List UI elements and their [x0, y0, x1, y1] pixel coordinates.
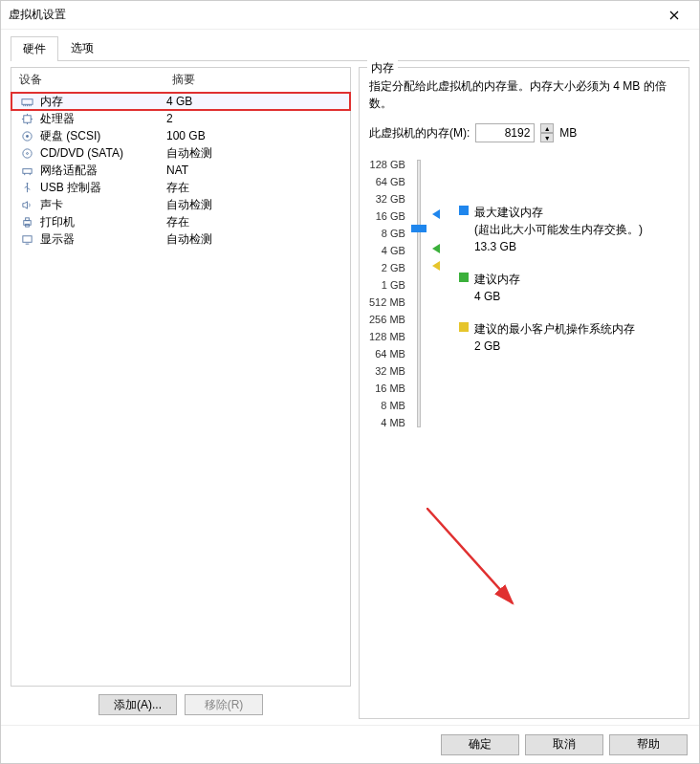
window-title: 虚拟机设置 — [9, 7, 66, 23]
slider-track — [417, 160, 421, 427]
sound-icon — [19, 199, 34, 211]
device-row-disk[interactable]: 硬盘 (SCSI) 100 GB — [11, 127, 350, 144]
memory-label: 此虚拟机的内存(M): — [369, 125, 470, 142]
group-title: 内存 — [367, 60, 398, 76]
memory-icon — [19, 96, 34, 108]
dialog-footer: 确定 取消 帮助 — [1, 725, 699, 763]
device-label: CD/DVD (SATA) — [40, 146, 123, 160]
device-row-printer[interactable]: 打印机 存在 — [11, 213, 350, 230]
memory-spinner[interactable]: ▲▼ — [540, 123, 554, 142]
legend-square-yellow — [459, 322, 469, 332]
network-icon — [19, 164, 34, 177]
device-summary: 自动检测 — [166, 145, 342, 162]
device-row-cd[interactable]: CD/DVD (SATA) 自动检测 — [11, 144, 350, 162]
device-list-header: 设备 摘要 — [11, 68, 350, 93]
legend-rec-value: 4 GB — [474, 288, 520, 305]
device-summary: 自动检测 — [166, 197, 342, 213]
device-label: 内存 — [40, 94, 63, 110]
svg-point-4 — [22, 148, 31, 157]
svg-rect-9 — [25, 217, 29, 220]
legend-min-value: 2 GB — [474, 338, 635, 355]
usb-icon — [19, 182, 34, 194]
device-summary: 4 GB — [166, 95, 342, 108]
cpu-icon — [19, 113, 34, 125]
device-summary: 自动检测 — [166, 231, 342, 248]
ok-button[interactable]: 确定 — [441, 734, 519, 755]
device-label: 打印机 — [40, 214, 75, 230]
device-row-display[interactable]: 显示器 自动检测 — [11, 230, 350, 248]
svg-rect-6 — [22, 168, 31, 173]
close-icon — [669, 11, 679, 20]
device-label: 网络适配器 — [40, 163, 98, 179]
cd-icon — [19, 147, 34, 160]
memory-legend: 最大建议内存 (超出此大小可能发生内存交换。) 13.3 GB 建议内存 4 G… — [453, 156, 643, 431]
col-summary: 摘要 — [172, 72, 342, 88]
tab-options[interactable]: 选项 — [58, 35, 106, 60]
device-summary: 存在 — [166, 214, 342, 230]
device-row-memory[interactable]: 内存 4 GB — [11, 93, 350, 110]
device-row-cpu[interactable]: 处理器 2 — [11, 110, 350, 127]
memory-slider[interactable] — [409, 156, 428, 431]
spin-down[interactable]: ▼ — [540, 133, 554, 142]
printer-icon — [19, 216, 34, 229]
device-label: 硬盘 (SCSI) — [40, 128, 100, 144]
memory-desc: 指定分配给此虚拟机的内存量。内存大小必须为 4 MB 的倍数。 — [369, 77, 679, 112]
cancel-button[interactable]: 取消 — [525, 734, 603, 755]
device-row-net[interactable]: 网络适配器 NAT — [11, 162, 350, 179]
device-label: 声卡 — [40, 197, 63, 213]
svg-rect-1 — [23, 115, 30, 121]
svg-point-7 — [26, 182, 28, 184]
disk-icon — [19, 130, 34, 142]
remove-button[interactable]: 移除(R) — [185, 694, 263, 715]
add-button[interactable]: 添加(A)... — [98, 694, 177, 715]
legend-square-green — [459, 273, 469, 282]
device-list: 设备 摘要 内存 4 GB 处理器 2 硬盘 (SCSI) 100 GB — [11, 67, 351, 687]
memory-unit: MB — [559, 126, 577, 140]
legend-max-sub: (超出此大小可能发生内存交换。) — [474, 221, 643, 238]
display-icon — [19, 233, 34, 246]
device-label: USB 控制器 — [40, 180, 101, 196]
legend-rec-title: 建议内存 — [474, 271, 520, 288]
tab-hardware[interactable]: 硬件 — [11, 36, 58, 61]
device-summary: NAT — [166, 164, 342, 177]
memory-ticks: 128 GB 64 GB 32 GB 16 GB 8 GB 4 GB 2 GB … — [369, 156, 405, 431]
marker-min — [432, 261, 440, 271]
help-button[interactable]: 帮助 — [609, 734, 688, 755]
device-row-usb[interactable]: USB 控制器 存在 — [11, 179, 350, 196]
legend-square-blue — [459, 206, 469, 215]
tabs: 硬件 选项 — [11, 35, 689, 61]
device-summary: 100 GB — [166, 129, 342, 142]
device-label: 处理器 — [40, 111, 75, 127]
svg-line-12 — [427, 508, 513, 603]
device-label: 显示器 — [40, 231, 75, 248]
slider-markers — [432, 156, 449, 431]
legend-max-value: 13.3 GB — [474, 238, 643, 255]
svg-rect-11 — [22, 235, 31, 242]
svg-rect-0 — [21, 98, 32, 104]
svg-point-3 — [26, 135, 29, 138]
marker-max — [432, 209, 440, 219]
device-summary: 2 — [166, 112, 342, 125]
marker-rec — [432, 244, 440, 253]
close-button[interactable] — [657, 4, 691, 27]
spin-up[interactable]: ▲ — [540, 123, 554, 133]
legend-min-title: 建议的最小客户机操作系统内存 — [474, 320, 635, 338]
titlebar: 虚拟机设置 — [1, 1, 699, 30]
svg-point-5 — [26, 152, 28, 154]
memory-input[interactable] — [475, 123, 535, 142]
memory-group: 内存 指定分配给此虚拟机的内存量。内存大小必须为 4 MB 的倍数。 此虚拟机的… — [359, 67, 689, 719]
legend-max-title: 最大建议内存 — [474, 204, 643, 221]
device-row-sound[interactable]: 声卡 自动检测 — [11, 196, 350, 213]
device-summary: 存在 — [166, 180, 342, 196]
slider-thumb[interactable] — [411, 225, 427, 232]
col-device: 设备 — [19, 72, 172, 88]
annotation-arrow — [427, 508, 541, 622]
